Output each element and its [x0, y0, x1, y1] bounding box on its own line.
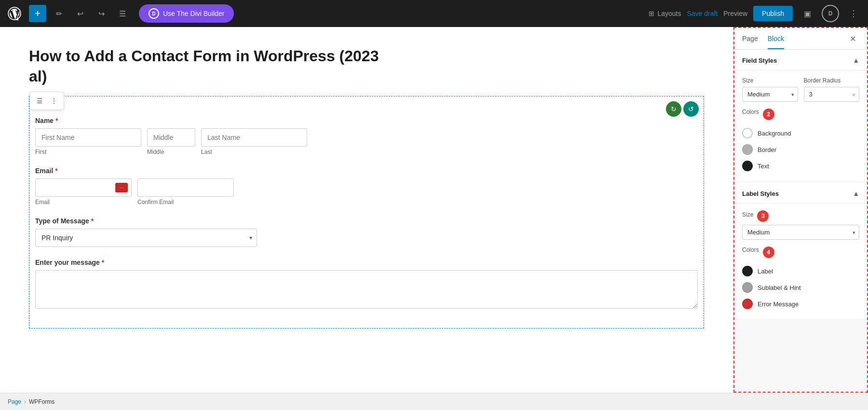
breadcrumb-current: WPForms [29, 398, 54, 405]
right-panel: Page Block ✕ Field Styles ▲ Size [733, 27, 868, 393]
tab-page[interactable]: Page [742, 28, 758, 49]
message-type-required-star: * [91, 217, 94, 225]
sync-teal-button[interactable]: ↺ [683, 101, 699, 117]
label-styles-toggle-icon: ▲ [853, 190, 859, 197]
last-name-col: Last [201, 128, 307, 155]
breadcrumb-page-link[interactable]: Page [8, 398, 21, 405]
message-required-star: * [102, 259, 104, 266]
panel-tabs: Page Block ✕ [734, 28, 867, 50]
badge-3: 3 [757, 210, 769, 222]
preview-button[interactable]: Preview [723, 10, 747, 17]
message-type-label: Type of Message * [35, 217, 698, 225]
name-field-row: First Middle Last [35, 128, 698, 155]
field-styles-toggle-icon: ▲ [853, 56, 859, 64]
top-bar-right: ⊞ Layouts Save draft Preview Publish ▣ D… [649, 5, 862, 22]
first-name-col: First [35, 128, 141, 155]
border-color-row[interactable]: Border [742, 141, 859, 158]
size-label: Size [742, 77, 798, 84]
divi-builder-button[interactable]: D Use The Divi Builder [139, 4, 234, 23]
message-type-field-group: Type of Message * PR Inquiry ▾ [35, 217, 698, 247]
sync-green-button[interactable]: ↻ [666, 101, 681, 117]
size-col: Size Medium [742, 77, 798, 102]
breadcrumb-separator: › [24, 398, 26, 405]
save-draft-button[interactable]: Save draft [687, 10, 718, 17]
label-color-row[interactable]: Label [742, 263, 859, 279]
right-panel-inner: Page Block ✕ Field Styles ▲ Size [733, 27, 868, 393]
border-radius-input[interactable] [804, 87, 860, 102]
badge-4: 4 [763, 246, 774, 258]
last-name-input[interactable] [201, 128, 307, 147]
size-select-wrapper: Medium [742, 87, 798, 102]
divi-logo: D [149, 8, 159, 19]
field-styles-section: Field Styles ▲ Size Medium [734, 50, 867, 181]
last-name-sublabel: Last [201, 149, 307, 155]
panel-close-button[interactable]: ✕ [846, 32, 859, 45]
options-button[interactable]: ⋮ [845, 5, 862, 22]
top-bar: + ✏ ↩ ↪ ☰ D Use The Divi Builder ⊞ Layou… [0, 0, 868, 27]
colors-section1-label: Colors [742, 109, 759, 115]
background-color-label: Background [758, 130, 791, 137]
background-color-row[interactable]: Background [742, 125, 859, 141]
message-type-select[interactable]: PR Inquiry [35, 229, 257, 247]
main-area: How to Add a Contact Form in WordPress (… [0, 27, 868, 393]
text-color-label: Text [758, 163, 769, 170]
view-toggle-button[interactable]: ▣ [799, 5, 816, 22]
layouts-button[interactable]: ⊞ Layouts [649, 10, 681, 17]
confirm-email-input[interactable] [137, 178, 234, 197]
border-color-circle [742, 144, 753, 155]
email-input-wrapper: ⋯ [35, 178, 132, 197]
email-col: ⋯ Email [35, 178, 132, 205]
contact-form: Name * First Middle [35, 102, 698, 311]
label-styles-body: Size 3 Medium Co [734, 204, 867, 319]
error-color-row[interactable]: Error Message [742, 296, 859, 312]
error-color-circle [742, 299, 753, 309]
divi-button-label: Use The Divi Builder [163, 10, 224, 17]
border-color-label: Border [758, 146, 776, 153]
tab-block[interactable]: Block [768, 28, 784, 49]
label-styles-section: Label Styles ▲ Size 3 Mediu [734, 183, 867, 319]
size-select[interactable]: Medium [742, 87, 798, 102]
first-name-sublabel: First [35, 149, 141, 155]
details-icon[interactable]: ☰ [114, 5, 131, 22]
middle-name-input[interactable] [147, 128, 195, 147]
message-textarea[interactable] [35, 270, 698, 309]
label-color-circle [742, 266, 753, 276]
border-radius-col: Border Radius [804, 77, 860, 102]
background-color-circle [742, 128, 753, 138]
panel-scroll-area: Field Styles ▲ Size Medium [734, 50, 867, 392]
field-styles-title: Field Styles [742, 57, 777, 64]
field-styles-header[interactable]: Field Styles ▲ [734, 50, 867, 70]
label-styles-header[interactable]: Label Styles ▲ [734, 183, 867, 204]
divi-circle-button[interactable]: D [822, 5, 839, 22]
email-field-label: Email * [35, 167, 698, 175]
size-border-row: Size Medium Border Radius [742, 77, 859, 102]
sublabel-color-row[interactable]: Sublabel & Hint [742, 279, 859, 296]
middle-name-sublabel: Middle [147, 149, 195, 155]
label-size-select-wrapper: Medium [742, 225, 859, 240]
name-field-label: Name * [35, 117, 698, 124]
redo-icon[interactable]: ↪ [93, 5, 110, 22]
email-icon: ⋯ [115, 183, 128, 192]
block-toolbar: ☰ ⋮ [29, 92, 64, 110]
edit-icon[interactable]: ✏ [50, 5, 68, 22]
publish-button[interactable]: Publish [753, 6, 793, 21]
email-field-group: Email * ⋯ Email Conf [35, 167, 698, 205]
breadcrumb-bar: Page › WPForms [0, 393, 868, 410]
border-radius-input-wrapper [804, 87, 860, 102]
colors-section2-label: Colors [742, 246, 759, 253]
label-size-select[interactable]: Medium [742, 225, 859, 240]
label-color-label: Label [758, 268, 773, 275]
first-name-input[interactable] [35, 128, 141, 147]
field-styles-body: Size Medium Border Radius [734, 70, 867, 181]
text-color-row[interactable]: Text [742, 158, 859, 174]
add-block-button[interactable]: + [29, 5, 46, 22]
email-field-row: ⋯ Email Confirm Email [35, 178, 698, 205]
undo-icon[interactable]: ↩ [71, 5, 89, 22]
block-list-icon[interactable]: ☰ [33, 94, 46, 108]
name-required-star: * [55, 117, 58, 124]
message-field-group: Enter your message * [35, 259, 698, 311]
label-size-label: Size [742, 211, 753, 218]
message-field-label: Enter your message * [35, 259, 698, 266]
block-more-icon[interactable]: ⋮ [47, 94, 61, 108]
confirm-email-sublabel: Confirm Email [137, 199, 234, 205]
